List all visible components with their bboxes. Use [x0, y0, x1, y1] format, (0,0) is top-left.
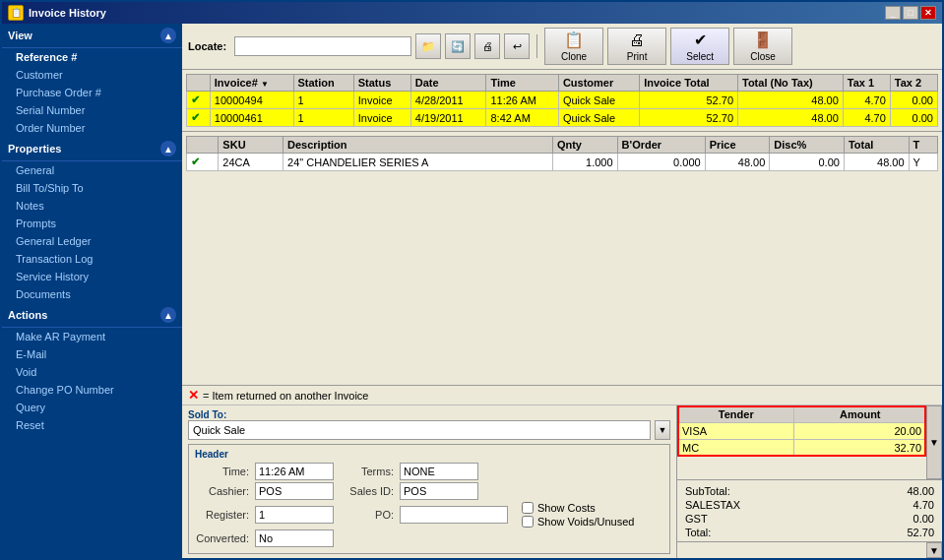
locate-input[interactable]: [234, 36, 411, 56]
sidebar-item-change-po-number[interactable]: Change PO Number: [2, 381, 182, 399]
time-input[interactable]: [255, 463, 334, 480]
row-tax1: 4.70: [843, 92, 890, 109]
invoice-col-no-tax[interactable]: Total (No Tax): [738, 75, 844, 92]
row-tax2: 0.00: [890, 92, 937, 109]
table-row[interactable]: VISA 20.00: [678, 423, 926, 440]
detail-col-description[interactable]: Description: [283, 137, 553, 154]
invoice-col-total[interactable]: Invoice Total: [640, 75, 738, 92]
sales-id-input[interactable]: [400, 482, 478, 500]
invoice-col-status[interactable]: Status: [353, 75, 410, 92]
detail-col-border[interactable]: B'Order: [617, 137, 705, 154]
detail-col-total[interactable]: Total: [844, 137, 909, 154]
detail-col-price[interactable]: Price: [705, 137, 770, 154]
invoice-col-time[interactable]: Time: [486, 75, 558, 92]
sidebar-item-documents[interactable]: Documents: [2, 285, 182, 303]
invoice-col-tax1[interactable]: Tax 1: [843, 75, 890, 92]
print-small-icon-button[interactable]: 🖨: [474, 33, 500, 59]
detail-border: 0.000: [617, 154, 705, 171]
register-input[interactable]: [255, 506, 334, 524]
form-row-register: Register: PO: Show Costs: [195, 502, 663, 528]
row-time: 8:42 AM: [486, 109, 558, 127]
sidebar-item-general[interactable]: General: [2, 161, 182, 179]
sidebar-item-reset[interactable]: Reset: [2, 416, 182, 434]
detail-col-qnty[interactable]: Qnty: [552, 137, 617, 154]
minimize-button[interactable]: _: [885, 6, 901, 20]
sidebar-item-reference[interactable]: Reference #: [2, 48, 182, 66]
view-collapse-icon[interactable]: ▲: [160, 28, 176, 43]
row-total: 52.70: [640, 109, 738, 127]
sidebar-item-make-ar-payment[interactable]: Make AR Payment: [2, 328, 182, 345]
converted-label: Converted:: [195, 532, 249, 544]
print-icon: 🖨: [629, 31, 645, 49]
print-button[interactable]: 🖨 Print: [607, 28, 666, 65]
properties-collapse-icon[interactable]: ▲: [160, 141, 176, 156]
clone-button[interactable]: 📋 Clone: [544, 28, 603, 65]
total-value: 52.70: [847, 526, 938, 539]
clone-label: Clone: [561, 51, 587, 62]
sidebar-item-customer[interactable]: Customer: [2, 66, 182, 84]
invoice-col-num[interactable]: Invoice# ▼: [210, 75, 293, 92]
totals-scroll: ▼: [677, 541, 942, 558]
table-row[interactable]: ✔ 10000461 1 Invoice 4/19/2011 8:42 AM Q…: [187, 109, 938, 127]
detail-col-sku[interactable]: SKU: [219, 137, 283, 154]
sidebar-item-bill-to-ship-to[interactable]: Bill To/Ship To: [2, 179, 182, 197]
invoice-col-tax2[interactable]: Tax 2: [890, 75, 937, 92]
sidebar-item-order-number[interactable]: Order Number: [2, 119, 182, 137]
invoice-table: Invoice# ▼ Station Status Date Time Cust…: [186, 74, 938, 127]
sidebar-item-prompts[interactable]: Prompts: [2, 215, 182, 232]
sidebar-item-service-history[interactable]: Service History: [2, 268, 182, 285]
maximize-button[interactable]: □: [903, 6, 918, 20]
left-bottom: Sold To: ▼ Header Time: Terms:: [182, 405, 676, 558]
sidebar-item-serial-number[interactable]: Serial Number: [2, 101, 182, 119]
select-icon: ✔: [694, 31, 707, 49]
table-row[interactable]: ✔ 24CA 24" CHANDELIER SERIES A 1.000 0.0…: [187, 154, 938, 171]
invoice-col-station[interactable]: Station: [293, 75, 353, 92]
show-costs-label: Show Costs: [537, 502, 596, 514]
sold-to-dropdown-button[interactable]: ▼: [655, 420, 670, 440]
window-close-button[interactable]: ✕: [920, 6, 936, 20]
totals-table: SubTotal: 48.00 SALESTAX 4.70 GST 0.00: [681, 484, 938, 539]
show-voids-checkbox[interactable]: [522, 516, 534, 528]
select-button[interactable]: ✔ Select: [670, 28, 729, 65]
gst-row: GST 0.00: [681, 512, 938, 526]
title-bar-buttons: _ □ ✕: [885, 6, 936, 20]
tender-scroll-button[interactable]: ▼: [926, 405, 942, 479]
summary-area: Tender Amount VISA 20.00: [676, 405, 942, 558]
table-row[interactable]: ✔ 10000494 1 Invoice 4/28/2011 11:26 AM …: [187, 92, 938, 109]
detail-col-disc[interactable]: Disc%: [770, 137, 845, 154]
window-title: Invoice History: [29, 7, 106, 19]
sidebar-item-email[interactable]: E-Mail: [2, 345, 182, 363]
sold-to-input[interactable]: [188, 420, 651, 440]
subtotal-label: SubTotal:: [681, 484, 847, 498]
sidebar-item-notes[interactable]: Notes: [2, 197, 182, 215]
terms-input[interactable]: [400, 463, 478, 480]
subtotal-row: SubTotal: 48.00: [681, 484, 938, 498]
detail-t: Y: [909, 154, 937, 171]
close-button[interactable]: 🚪 Close: [733, 28, 792, 65]
tender-name-visa: VISA: [678, 423, 794, 440]
detail-qnty: 1.000: [552, 154, 617, 171]
po-input[interactable]: [400, 506, 508, 524]
actions-collapse-icon[interactable]: ▲: [160, 307, 176, 323]
folder-icon-button[interactable]: 📁: [415, 33, 441, 59]
cashier-input[interactable]: [255, 482, 334, 500]
totals-scroll-button[interactable]: ▼: [926, 542, 942, 558]
sidebar-item-void[interactable]: Void: [2, 363, 182, 381]
back-icon-button[interactable]: ↩: [504, 33, 530, 59]
invoice-col-date[interactable]: Date: [410, 75, 486, 92]
main-window: 📋 Invoice History _ □ ✕ View ▲ Reference…: [0, 0, 944, 560]
clone-icon: 📋: [564, 31, 584, 49]
show-costs-checkbox[interactable]: [522, 502, 534, 514]
refresh-icon-button[interactable]: 🔄: [445, 33, 471, 59]
converted-input[interactable]: [255, 529, 334, 547]
sidebar-item-query[interactable]: Query: [2, 399, 182, 416]
sidebar-section-actions: Actions ▲: [2, 303, 182, 328]
table-row[interactable]: MC 32.70: [678, 440, 926, 457]
sidebar-item-general-ledger[interactable]: General Ledger: [2, 232, 182, 250]
detail-col-t[interactable]: T: [909, 137, 937, 154]
sidebar-item-transaction-log[interactable]: Transaction Log: [2, 250, 182, 268]
title-bar: 📋 Invoice History _ □ ✕: [2, 2, 942, 24]
sidebar-item-purchase-order[interactable]: Purchase Order #: [2, 84, 182, 101]
invoice-col-customer[interactable]: Customer: [558, 75, 639, 92]
sold-to-value-row: ▼: [188, 420, 670, 440]
